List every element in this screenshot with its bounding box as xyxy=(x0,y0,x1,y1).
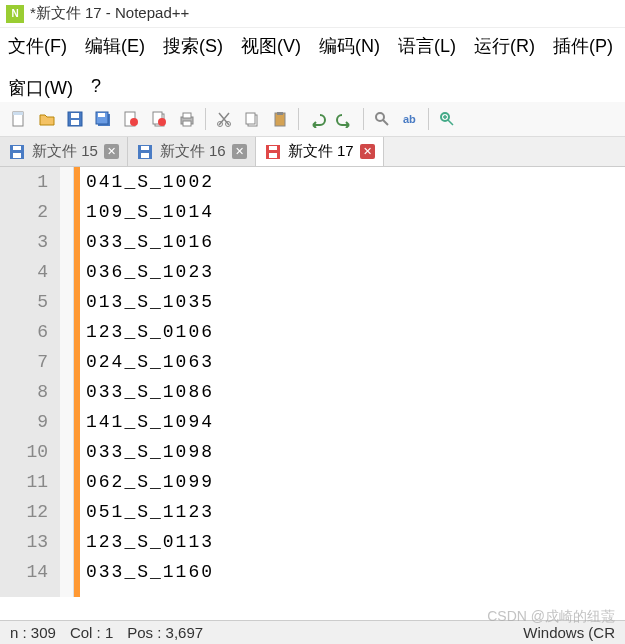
line-number: 11 xyxy=(8,467,48,497)
line-number: 1 xyxy=(8,167,48,197)
text-line[interactable]: 033_S_1160 xyxy=(86,557,625,587)
status-encoding: Windows (CR xyxy=(523,624,615,641)
text-line[interactable]: 109_S_1014 xyxy=(86,197,625,227)
separator xyxy=(298,108,299,130)
open-file-icon[interactable] xyxy=(34,106,60,132)
line-number: 14 xyxy=(8,557,48,587)
menu-file[interactable]: 文件(F) xyxy=(8,34,67,58)
menu-edit[interactable]: 编辑(E) xyxy=(85,34,145,58)
tab-label: 新文件 16 xyxy=(160,142,226,161)
svg-rect-32 xyxy=(269,146,277,150)
text-line[interactable]: 123_S_0106 xyxy=(86,317,625,347)
menu-plugins[interactable]: 插件(P) xyxy=(553,34,613,58)
status-line: n : 309 xyxy=(10,624,56,641)
line-number: 10 xyxy=(8,437,48,467)
svg-rect-26 xyxy=(13,146,21,150)
menu-language[interactable]: 语言(L) xyxy=(398,34,456,58)
status-col: Col : 1 xyxy=(70,624,113,641)
line-number: 2 xyxy=(8,197,48,227)
text-line[interactable]: 036_S_1023 xyxy=(86,257,625,287)
separator xyxy=(428,108,429,130)
menu-window[interactable]: 窗口(W) xyxy=(8,76,73,100)
close-icon[interactable]: ✕ xyxy=(232,144,247,159)
text-line[interactable]: 141_S_1094 xyxy=(86,407,625,437)
find-icon[interactable] xyxy=(369,106,395,132)
tab-file-15[interactable]: 新文件 15 ✕ xyxy=(0,137,128,166)
svg-point-9 xyxy=(130,118,138,126)
text-content[interactable]: 041_S_1002109_S_1014033_S_1016036_S_1023… xyxy=(80,167,625,597)
svg-rect-7 xyxy=(98,113,105,117)
save-icon xyxy=(136,143,154,161)
svg-rect-27 xyxy=(13,153,21,158)
svg-point-12 xyxy=(158,118,166,126)
svg-rect-14 xyxy=(183,113,191,118)
svg-rect-4 xyxy=(71,120,79,125)
fold-column xyxy=(60,167,74,597)
window-title: *新文件 17 - Notepad++ xyxy=(30,4,189,23)
zoom-in-icon[interactable] xyxy=(434,106,460,132)
svg-rect-19 xyxy=(246,113,255,124)
tab-file-17[interactable]: 新文件 17 ✕ xyxy=(256,137,384,166)
line-number: 13 xyxy=(8,527,48,557)
close-all-icon[interactable] xyxy=(146,106,172,132)
watermark: CSDN @戍崎的纽蔻 xyxy=(487,608,615,626)
line-number: 7 xyxy=(8,347,48,377)
tab-label: 新文件 17 xyxy=(288,142,354,161)
text-line[interactable]: 051_S_1123 xyxy=(86,497,625,527)
text-line[interactable]: 033_S_1098 xyxy=(86,437,625,467)
save-icon[interactable] xyxy=(62,106,88,132)
title-bar: N *新文件 17 - Notepad++ xyxy=(0,0,625,28)
separator xyxy=(205,108,206,130)
text-line[interactable]: 041_S_1002 xyxy=(86,167,625,197)
menu-bar: 文件(F) 编辑(E) 搜索(S) 视图(V) 编码(N) 语言(L) 运行(R… xyxy=(0,28,625,102)
svg-point-22 xyxy=(376,113,384,121)
status-pos: Pos : 3,697 xyxy=(127,624,203,641)
text-line[interactable]: 033_S_1016 xyxy=(86,227,625,257)
tab-bar: 新文件 15 ✕ 新文件 16 ✕ 新文件 17 ✕ xyxy=(0,137,625,167)
cut-icon[interactable] xyxy=(211,106,237,132)
tab-label: 新文件 15 xyxy=(32,142,98,161)
toolbar: ab xyxy=(0,102,625,137)
unsaved-icon xyxy=(264,143,282,161)
line-number: 8 xyxy=(8,377,48,407)
svg-rect-21 xyxy=(277,112,283,115)
line-number: 3 xyxy=(8,227,48,257)
text-line[interactable]: 013_S_1035 xyxy=(86,287,625,317)
svg-text:ab: ab xyxy=(403,113,416,125)
menu-view[interactable]: 视图(V) xyxy=(241,34,301,58)
text-line[interactable]: 123_S_0113 xyxy=(86,527,625,557)
redo-icon[interactable] xyxy=(332,106,358,132)
line-number: 6 xyxy=(8,317,48,347)
separator xyxy=(363,108,364,130)
svg-rect-29 xyxy=(141,146,149,150)
save-icon xyxy=(8,143,26,161)
print-icon[interactable] xyxy=(174,106,200,132)
text-line[interactable]: 062_S_1099 xyxy=(86,467,625,497)
close-icon[interactable]: ✕ xyxy=(104,144,119,159)
close-icon[interactable] xyxy=(118,106,144,132)
undo-icon[interactable] xyxy=(304,106,330,132)
app-icon: N xyxy=(6,5,24,23)
line-number-gutter: 1234567891011121314 xyxy=(0,167,60,597)
line-number: 5 xyxy=(8,287,48,317)
save-all-icon[interactable] xyxy=(90,106,116,132)
menu-run[interactable]: 运行(R) xyxy=(474,34,535,58)
close-icon[interactable]: ✕ xyxy=(360,144,375,159)
menu-search[interactable]: 搜索(S) xyxy=(163,34,223,58)
menu-encoding[interactable]: 编码(N) xyxy=(319,34,380,58)
text-line[interactable]: 024_S_1063 xyxy=(86,347,625,377)
tab-file-16[interactable]: 新文件 16 ✕ xyxy=(128,137,256,166)
svg-rect-30 xyxy=(141,153,149,158)
copy-icon[interactable] xyxy=(239,106,265,132)
svg-rect-3 xyxy=(71,113,79,118)
line-number: 9 xyxy=(8,407,48,437)
new-file-icon[interactable] xyxy=(6,106,32,132)
replace-icon[interactable]: ab xyxy=(397,106,423,132)
editor-area: 1234567891011121314 041_S_1002109_S_1014… xyxy=(0,167,625,597)
menu-help[interactable]: ? xyxy=(91,76,101,100)
svg-rect-33 xyxy=(269,153,277,158)
svg-rect-15 xyxy=(183,121,191,126)
text-line[interactable]: 033_S_1086 xyxy=(86,377,625,407)
paste-icon[interactable] xyxy=(267,106,293,132)
line-number: 12 xyxy=(8,497,48,527)
